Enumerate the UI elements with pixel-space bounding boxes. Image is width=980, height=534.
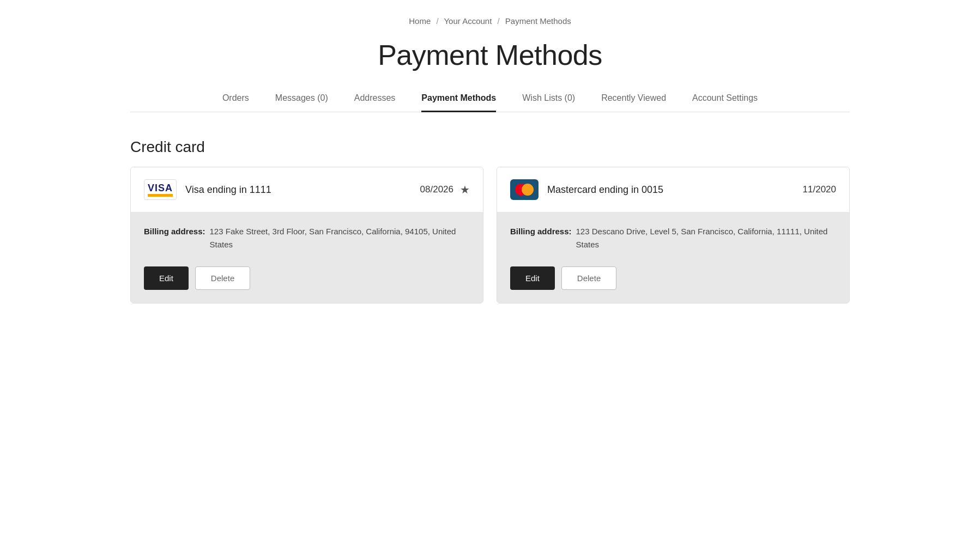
tab-addresses[interactable]: Addresses [354,93,396,112]
visa-text: VISA [148,183,173,193]
mastercard-logo [510,179,539,200]
breadcrumb-sep-2: / [498,16,500,26]
breadcrumb-home[interactable]: Home [409,16,431,26]
visa-stripe [148,194,173,197]
visa-expiry-block: 08/2026 ★ [420,183,470,196]
visa-billing-info: Billing address: 123 Fake Street, 3rd Fl… [144,225,470,251]
mastercard-card-header-left: Mastercard ending in 0015 [510,179,663,200]
mastercard-billing-info: Billing address: 123 Descano Drive, Leve… [510,225,836,251]
visa-card-actions: Edit Delete [144,266,470,290]
mastercard-card-actions: Edit Delete [510,266,836,290]
visa-card-name: Visa ending in 1111 [185,184,271,196]
mastercard-edit-button[interactable]: Edit [510,266,555,290]
tab-account-settings[interactable]: Account Settings [692,93,758,112]
visa-billing-address: 123 Fake Street, 3rd Floor, San Francisc… [210,225,470,251]
tab-payment-methods[interactable]: Payment Methods [421,93,496,112]
visa-card-header-left: VISA Visa ending in 1111 [144,179,271,200]
section-title: Credit card [130,138,850,156]
tab-orders[interactable]: Orders [222,93,249,112]
visa-logo: VISA [144,179,177,200]
mastercard-card-header: Mastercard ending in 0015 11/2020 [497,167,849,212]
visa-delete-button[interactable]: Delete [195,266,250,290]
cards-grid: VISA Visa ending in 1111 08/2026 ★ Billi… [130,167,850,304]
default-star-icon: ★ [460,183,470,196]
visa-billing-label: Billing address: [144,225,205,251]
mastercard-delete-button[interactable]: Delete [561,266,616,290]
page-title: Payment Methods [130,39,850,71]
breadcrumb-account[interactable]: Your Account [444,16,492,26]
mastercard-expiry-block: 11/2020 [803,184,836,195]
mastercard-expiry: 11/2020 [803,184,836,195]
visa-payment-card: VISA Visa ending in 1111 08/2026 ★ Billi… [130,167,483,304]
tab-wish-lists[interactable]: Wish Lists (0) [522,93,575,112]
visa-edit-button[interactable]: Edit [144,266,189,290]
breadcrumb-current: Payment Methods [505,16,571,26]
tab-recently-viewed[interactable]: Recently Viewed [601,93,666,112]
visa-card-body: Billing address: 123 Fake Street, 3rd Fl… [131,212,483,303]
visa-card-header: VISA Visa ending in 1111 08/2026 ★ [131,167,483,212]
nav-tabs: Orders Messages (0) Addresses Payment Me… [130,93,850,112]
mastercard-billing-label: Billing address: [510,225,572,251]
breadcrumb: Home / Your Account / Payment Methods [130,16,850,26]
tab-messages[interactable]: Messages (0) [275,93,328,112]
mc-circles [515,184,534,196]
mastercard-payment-card: Mastercard ending in 0015 11/2020 Billin… [497,167,850,304]
mastercard-card-body: Billing address: 123 Descano Drive, Leve… [497,212,849,303]
mastercard-billing-address: 123 Descano Drive, Level 5, San Francisc… [576,225,836,251]
breadcrumb-sep-1: / [436,16,438,26]
mastercard-card-name: Mastercard ending in 0015 [547,184,663,196]
mc-circle-orange [522,184,534,196]
visa-expiry: 08/2026 [420,184,453,195]
